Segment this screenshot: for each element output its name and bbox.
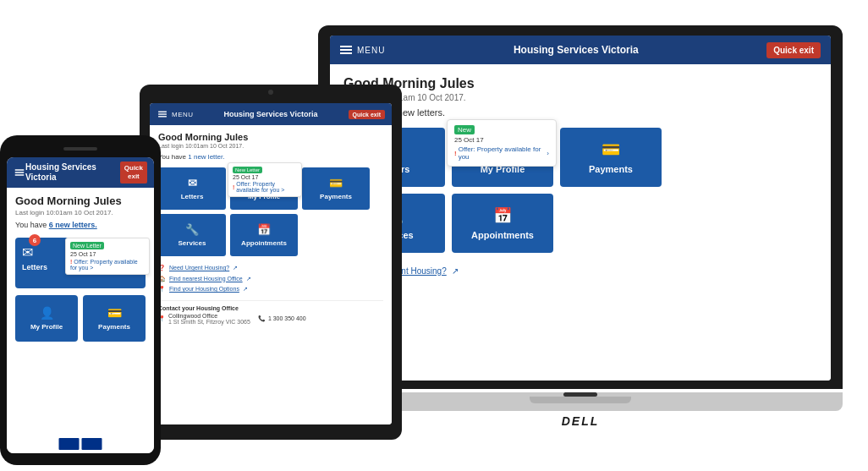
tablet-services-icon: 🔧 [185,223,199,236]
laptop-tile-payments-label: Payments [589,164,633,174]
tablet-housing-options-link[interactable]: 📍 Find your Housing Options ↗ [158,284,383,295]
tablet-menu-icon[interactable] [158,112,167,118]
phone-quick-exit-button[interactable]: Quickexit [120,162,147,183]
phone-letters-badge: 6 [29,234,41,246]
laptop-nav-title: Housing Services Victoria [514,44,639,56]
flag-container [59,438,102,450]
tablet-letters-icon: ✉ [188,177,197,189]
phone-tile-profile[interactable]: 👤 My Profile [15,295,78,342]
tablet-appointments-icon: 📅 [257,223,271,236]
phone-tile-payments[interactable]: 💳 Payments [83,295,146,342]
laptop-new-badge: New [454,125,475,134]
tablet-urgent-housing-link[interactable]: ❓ Need Urgent Housing? ↗ [158,263,383,274]
tablet-letters-msg: You have 1 new letter. [158,153,383,161]
laptop-nav-bar: MENU Housing Services Victoria Quick exi… [330,36,831,64]
phone-new-badge: New Letter [70,242,104,249]
phone-letters-icon: ✉ [22,245,33,260]
phone-menu-icon[interactable] [15,169,25,176]
laptop-popup-offer[interactable]: ! Offer: Property available for you › [454,145,549,161]
phone-profile-icon: 👤 [40,306,54,320]
laptop-tile-appointments-label: Appointments [471,230,534,240]
tablet-greeting: Good Morning Jules [158,132,383,142]
laptop-nav-left: MENU [340,46,385,55]
tablet-tile-appointments[interactable]: 📅 Appointments [230,214,298,256]
laptop-tile-payments[interactable]: 💳 Payments [560,128,662,187]
phone-bottom-tiles: 👤 My Profile 💳 Payments [15,295,146,342]
laptop-content: Good Morning Jules Last login 10:01am 10… [330,64,831,381]
tablet-nav-left: MENU [157,110,194,118]
laptop-tile-grid: ✉ Letters New 25 Oct 17 ! Offer: Propert… [343,128,817,253]
phone-new-letter-popup: New Letter 25 Oct 17 ! Offer: Property a… [65,238,150,275]
tablet-tile-letters[interactable]: ✉ Letters [158,167,226,210]
phone-greeting: Good Morning Jules [15,194,146,207]
tablet-tile-payments-label: Payments [320,193,352,200]
australian-flag [59,438,80,450]
phone-payments-icon: 💳 [107,306,122,320]
phone-popup-date: 25 Oct 17 [70,251,145,257]
phone-last-login: Last login 10:01am 10 Oct 2017. [15,209,146,216]
phone-speaker [63,147,97,151]
tablet-new-badge: New Letter [233,167,262,173]
laptop-last-login: Last login 10:01am 10 Oct 2017. [343,93,817,102]
tablet-camera [268,90,273,95]
phone-nav-title: Housing Services Victoria [25,162,120,183]
tablet-frame: MENU Housing Services Victoria Quick exi… [140,85,402,440]
scene: MENU Housing Services Victoria Quick exi… [0,0,868,471]
tablet-letters-link[interactable]: 1 new letter. [188,153,224,161]
tablet-popup-date: 25 Oct 17 [233,174,297,180]
phone-letters-msg: You have 6 new letters. [15,221,146,229]
tablet-tile-appointments-label: Appointments [241,239,287,247]
phone-nav-left [14,168,25,177]
phone-screen: Housing Services Victoria Quickexit Good… [7,157,154,453]
payments-icon: 💳 [602,140,620,159]
tablet-office-address: 1 St Smith St, Fitzroy VIC 3065 [168,319,250,325]
tablet-screen: MENU Housing Services Victoria Quick exi… [150,103,392,424]
phone-content: Good Morning Jules Last login 10:01am 10… [7,188,154,453]
laptop-notch [563,392,597,397]
laptop-popup-date: 25 Oct 17 [454,136,549,144]
phone-letters-tile-container: ✉ 6 Letters New Letter 25 Oct 17 ! Offer… [15,238,146,288]
laptop-greeting: Good Morning Jules [343,76,817,91]
laptop-tile-appointments[interactable]: 📅 Appointments [452,194,553,253]
tablet-content: Good Morning Jules Last login 10:01am 10… [150,125,392,424]
tablet-menu-label[interactable]: MENU [172,111,194,118]
menu-icon[interactable] [340,46,352,54]
tablet-nav-title: Housing Services Victoria [224,110,318,118]
phone-device: Housing Services Victoria Quickexit Good… [0,135,161,465]
laptop-letters-message: You have no new letters. [343,107,817,118]
tablet-tile-services[interactable]: 🔧 Services [158,214,226,256]
phone-popup-offer[interactable]: ! Offer: Property available for you > [70,259,145,271]
phone-tile-payments-label: Payments [98,323,130,331]
tablet-nav-bar: MENU Housing Services Victoria Quick exi… [150,103,392,125]
tablet-links: ❓ Need Urgent Housing? ↗ 🏠 Find nearest … [158,263,383,295]
laptop-menu-label[interactable]: MENU [357,46,385,55]
laptop-quick-exit-button[interactable]: Quick exit [766,42,821,58]
tablet-find-office-link[interactable]: 🏠 Find nearest Housing Office ↗ [158,274,383,285]
tablet-last-login: Last login 10:01am 10 Oct 2017. [158,143,383,149]
tablet-new-popup: New Letter 25 Oct 17 ! Offer: Property a… [228,162,302,197]
phone-nav-bar: Housing Services Victoria Quickexit [7,157,154,188]
tablet-device: MENU Housing Services Victoria Quick exi… [140,85,402,440]
phone-icon: 📞 [258,315,266,322]
tablet-popup-offer[interactable]: ! Offer: Property available for you > [233,181,297,193]
laptop-urgent-housing[interactable]: i Need Urgent Housing? ↗ [343,265,817,277]
phone-letters-count-link[interactable]: 6 new letters. [49,221,97,229]
tablet-tile-letters-label: Letters [181,193,204,200]
tablet-tile-services-label: Services [179,239,206,247]
appointments-icon: 📅 [493,206,512,225]
tablet-contact: Contact your Housing Office 📍 Collingwoo… [158,300,383,325]
laptop-new-letter-popup: New 25 Oct 17 ! Offer: Property availabl… [447,119,557,167]
tablet-tile-grid: ✉ Letters New Letter 25 Oct 17 ! Offer: … [158,167,383,256]
phone-frame: Housing Services Victoria Quickexit Good… [0,135,161,465]
tablet-payments-icon: 💳 [329,177,343,189]
tablet-quick-exit-button[interactable]: Quick exit [349,110,385,119]
phone-tile-profile-label: My Profile [30,323,63,331]
victorian-flag [82,438,102,450]
tablet-tile-payments[interactable]: 💳 Payments [302,167,370,210]
tablet-office-name: Collingwood Office [168,313,250,319]
tablet-phone-number: 1 300 350 400 [268,315,306,321]
laptop-screen: MENU Housing Services Victoria Quick exi… [330,36,831,381]
